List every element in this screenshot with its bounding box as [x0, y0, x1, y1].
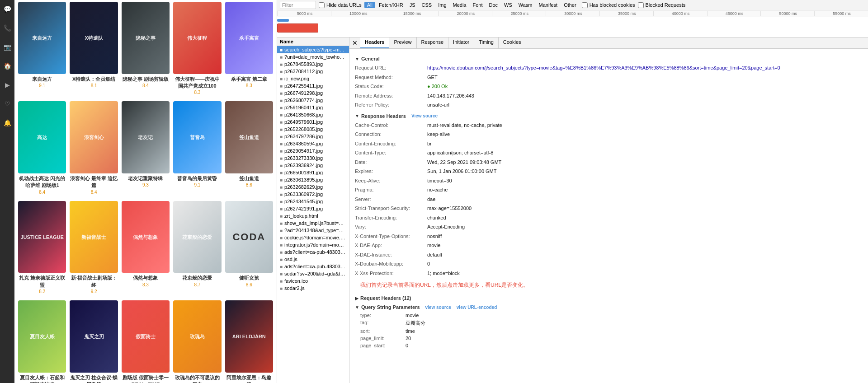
request-headers-section[interactable]: ▶ Request Headers (12): [355, 295, 863, 301]
movie-card[interactable]: 假面骑士剧场版 假面骑士零一 REAL×TIME8.7: [122, 300, 170, 383]
home-icon[interactable]: 🏠: [2, 61, 13, 71]
file-list-item[interactable]: ■p2641350668.jpg: [277, 111, 349, 118]
file-list-item[interactable]: ■p2678455893.jpg: [277, 61, 349, 68]
tab-doc[interactable]: Doc: [486, 2, 500, 8]
file-list-item[interactable]: ■?unit=dale_movie_towhome_e...: [277, 53, 349, 61]
movie-card[interactable]: 笠山鱼道笠山鱼道8.6: [225, 101, 273, 195]
tab-wasm[interactable]: Wasm: [516, 2, 535, 8]
movie-card[interactable]: ARI ELDJÁRN阿里埃尔亚恩：鸟趣谈8.3: [225, 300, 273, 383]
tab-fetch-xhr[interactable]: Fetch/XHR: [376, 2, 406, 8]
movie-card[interactable]: 鬼灭之刃鬼灭之刃 柱众合议·蝶屋敷篇8.3: [70, 300, 118, 383]
file-list-item[interactable]: ■p2633360972.jpg: [277, 191, 349, 198]
file-list-item[interactable]: ■p2633273330.jpg: [277, 154, 349, 162]
file-list-item[interactable]: ■p2634797286.jpg: [277, 133, 349, 140]
file-list-items: ■search_subjects?type=movie&...■?unit=da…: [277, 46, 349, 292]
file-list-item[interactable]: ■favicon.ico: [277, 277, 349, 285]
movie-card[interactable]: 高达机动战士高达 闪光的哈萨维 剧场版18.4: [18, 101, 66, 195]
file-list-item[interactable]: ■zrt_lookup.html: [277, 212, 349, 220]
movie-card[interactable]: X特遣队X特遣队：全员集结8.1: [70, 2, 118, 96]
movie-card[interactable]: 新福音战士新·福音战士剧场版：终9.2: [70, 201, 118, 295]
movie-card[interactable]: 普音岛普音岛的最后黄昏9.1: [173, 101, 221, 195]
detail-tab-response[interactable]: Response: [417, 37, 449, 48]
tab-other[interactable]: Other: [561, 2, 579, 8]
movie-card[interactable]: 浪客剑心浪客剑心 最终章 追忆篇8.4: [70, 101, 118, 195]
response-header-value: br: [427, 140, 863, 148]
timeline-mark: 10000 ms: [331, 11, 385, 16]
phone-icon[interactable]: 📞: [2, 23, 13, 33]
file-list-item[interactable]: ■p2647259411.jpg: [277, 82, 349, 89]
detail-tab-headers[interactable]: Headers: [360, 37, 389, 48]
file-list-item[interactable]: ■ads?client=ca-pub-483038902...: [277, 263, 349, 270]
query-params-rows: type:movietag:豆瓣高分sort:timepage_limit:20…: [355, 312, 863, 349]
tab-js[interactable]: JS: [407, 2, 418, 8]
file-list-item[interactable]: ■p2667491298.jpg: [277, 89, 349, 97]
response-headers-section[interactable]: ▼ Response Headers View source: [355, 113, 863, 119]
general-section-header[interactable]: ▼ General: [355, 56, 863, 61]
file-name: ?unit=dale_movie_towhome_e...: [284, 54, 346, 60]
movie-card[interactable]: 夏目友人帐夏目友人帐：石起和可疑来访者9.0: [18, 300, 66, 383]
tab-css[interactable]: CSS: [419, 2, 435, 8]
hide-data-urls-checkbox[interactable]: [319, 2, 325, 8]
detail-tab-timing[interactable]: Timing: [474, 37, 499, 48]
file-list-item[interactable]: ■p2629054917.jpg: [277, 147, 349, 154]
movie-card[interactable]: 隐秘之事隐秘之事 剧场剪辑版8.4: [122, 2, 170, 96]
file-list-item[interactable]: ■search_subjects?type=movie&...: [277, 46, 349, 53]
file-list-item[interactable]: ■p2637084112.jpg: [277, 68, 349, 75]
heart-icon[interactable]: ♡: [2, 98, 13, 109]
tab-media[interactable]: Media: [450, 2, 469, 8]
file-list-item[interactable]: ■sodar2.js: [277, 285, 349, 292]
file-list-item[interactable]: ■p2632682629.jpg: [277, 183, 349, 191]
file-list-item[interactable]: ■p2624341545.jpg: [277, 198, 349, 205]
movie-card[interactable]: 偶然与想象偶然与想象8.3: [122, 201, 170, 295]
detail-tab-preview[interactable]: Preview: [389, 37, 416, 48]
file-list-item[interactable]: ■show_ads_impl.js?bust=31062...: [277, 220, 349, 227]
file-list-item[interactable]: ■p2649579601.jpg: [277, 118, 349, 126]
file-list-item[interactable]: ■integrator.js?domain=movie.d...: [277, 241, 349, 248]
file-list-item[interactable]: ■p2626807774.jpg: [277, 97, 349, 104]
messages-icon[interactable]: 💬: [2, 4, 13, 14]
file-list-item[interactable]: ■cookie.js?domain=movie.dou...: [277, 234, 349, 241]
response-header-row: Cache-Control:must-revalidate, no-cache,…: [355, 121, 863, 130]
tab-font[interactable]: Font: [470, 2, 485, 8]
movie-card[interactable]: CODA健听女孩8.6: [225, 201, 273, 295]
remote-address-row: Remote Address: 140.143.177.206:443: [355, 91, 863, 101]
arrow-icon[interactable]: ▶: [2, 79, 13, 90]
tab-manifest[interactable]: Manifest: [536, 2, 561, 8]
detail-tab-initiator[interactable]: Initiator: [448, 37, 474, 48]
movie-poster: 来自远方: [18, 2, 66, 74]
instagram-icon[interactable]: 📷: [2, 42, 13, 52]
detail-tab-cookies[interactable]: Cookies: [499, 37, 526, 48]
file-list-item[interactable]: ■p2627421991.jpg: [277, 205, 349, 212]
movie-card[interactable]: 杀手寓言杀手寓言 第二章8.3: [225, 2, 273, 96]
movie-poster: 高达: [18, 101, 66, 173]
close-icon[interactable]: ✕: [349, 37, 360, 48]
blocked-cookies-checkbox[interactable]: [582, 2, 588, 8]
movie-card[interactable]: 来自远方来自远方9.1: [18, 2, 66, 96]
movie-card[interactable]: 伟大征程伟大征程——庆祝中国共产党成立1008.3: [173, 2, 221, 96]
file-list-item[interactable]: ■p2652268085.jpg: [277, 126, 349, 133]
movie-card[interactable]: JUSTICE LEAGUE扎克 施奈德版正义联盟8.2: [18, 201, 66, 295]
file-list-item[interactable]: ■p2591960411.jpg: [277, 104, 349, 111]
file-list-item[interactable]: ■ic_new.png: [277, 75, 349, 82]
file-list-item[interactable]: ■p2634360594.jpg: [277, 140, 349, 147]
file-list-item[interactable]: ■p2665001891.jpg: [277, 169, 349, 176]
bell-icon[interactable]: 🔔: [2, 117, 13, 128]
file-list-item[interactable]: ■sodar?sv=200&tid=gda&tv=r...: [277, 270, 349, 277]
query-view-url-encoded-link[interactable]: view URL-encoded: [457, 305, 497, 310]
query-view-source-link[interactable]: view source: [425, 305, 451, 310]
tab-img[interactable]: Img: [435, 2, 449, 8]
movie-card[interactable]: 老友记老友记重聚特辑9.3: [122, 101, 170, 195]
movie-card[interactable]: 花束般的恋爱花束般的恋爱8.7: [173, 201, 221, 295]
tab-ws[interactable]: WS: [501, 2, 515, 8]
tab-all[interactable]: All: [364, 2, 375, 8]
blocked-requests-checkbox[interactable]: [638, 2, 644, 8]
file-list-item[interactable]: ■p2623936924.jpg: [277, 162, 349, 169]
file-list-item[interactable]: ■ads?client=ca-pub-483038902...: [277, 248, 349, 256]
query-params-section[interactable]: ▼ Query String Parameters view source vi…: [355, 304, 863, 310]
file-list-item[interactable]: ■p2630613895.jpg: [277, 176, 349, 183]
file-list-item[interactable]: ■?ad=2041348&ad_type=7&bid...: [277, 227, 349, 234]
movie-card[interactable]: 玫瑰岛玫瑰岛的不可思议的历史8.0: [173, 300, 221, 383]
filter-input[interactable]: [280, 1, 316, 9]
file-list-item[interactable]: ■osd.js: [277, 256, 349, 263]
view-source-link[interactable]: View source: [411, 113, 438, 118]
